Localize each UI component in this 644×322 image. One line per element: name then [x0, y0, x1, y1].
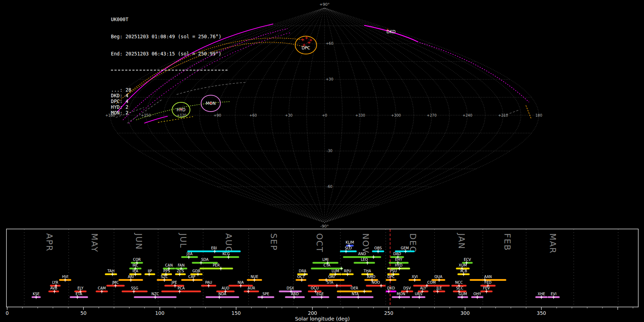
shower-label-ARI: ARI — [128, 275, 134, 279]
meteor-trail — [420, 43, 529, 102]
meteor-trail — [526, 106, 531, 118]
shower-label-PAU: PAU — [205, 280, 212, 284]
shower-label-DKD: DKD — [387, 286, 395, 290]
shower-peak-marker — [220, 267, 222, 270]
meteor-activity-screen: +90°-90°+180+150+120+90+60+30+0+330+300+… — [0, 0, 644, 322]
shower-bar-CAP — [181, 279, 203, 281]
shower-bar-NTA — [337, 296, 374, 298]
meteor-marker — [309, 39, 312, 42]
shower-label-ETA: ETA — [75, 292, 82, 296]
radiant-map-and-activity-plot: +90°-90°+180+150+120+90+60+30+0+330+300+… — [0, 0, 644, 322]
map-lon-label: +30 — [285, 113, 293, 117]
shower-peak-marker — [239, 284, 242, 288]
shower-peak-marker — [438, 278, 440, 282]
shower-label-CAN: CAN — [165, 263, 173, 267]
shower-label-AUD: AUD — [221, 286, 229, 290]
shower-bar-KCG — [213, 256, 239, 258]
map-lon-label: +330 — [355, 113, 365, 117]
shower-label-EGE: EGE — [316, 292, 323, 296]
shower-bar-SPE — [258, 296, 274, 298]
shower-peak-marker — [64, 278, 67, 282]
shower-label-GUM: GUM — [459, 292, 467, 296]
shower-bar-JLE — [433, 291, 445, 292]
month-label: SEP — [269, 233, 278, 251]
shower-bar-PER — [200, 268, 233, 269]
month-label: MAR — [548, 233, 557, 254]
shower-peak-marker — [35, 296, 38, 299]
shower-peak-marker — [101, 290, 103, 293]
shower-label-CTA: CTA — [323, 263, 330, 267]
shower-peak-marker — [179, 290, 181, 293]
month-label: JUL — [179, 233, 188, 248]
shower-label-AND: AND — [358, 252, 366, 256]
shower-peak-marker — [53, 290, 56, 293]
shower-peak-marker — [130, 278, 132, 282]
shower-bar-SLD — [340, 250, 357, 252]
shower-peak-marker — [133, 290, 135, 293]
month-label: JUN — [134, 233, 143, 250]
divider-dashed-line — [111, 70, 228, 70]
shower-label-ZCS: ZCS — [177, 269, 184, 273]
shower-label-NOO: NOO — [372, 280, 380, 284]
radiant-label-DPC: DPC — [302, 45, 310, 50]
shower-bar-DKD — [386, 291, 396, 292]
shower-label-EHY: EHY — [395, 258, 402, 262]
shower-label-NDA: NDA — [219, 292, 226, 296]
axis-tick-label: 200 — [308, 310, 317, 316]
shower-peak-marker — [179, 273, 181, 276]
begin-time: Beg: 20251203 01:08:49 (sol = 250.76°) — [111, 34, 228, 39]
shower-count-row: HYD: 2 — [111, 104, 228, 110]
axis-title: Solar longitude (deg) — [295, 316, 350, 322]
shower-peak-marker — [111, 273, 114, 276]
shower-peak-marker — [398, 267, 401, 270]
shower-peak-marker — [336, 284, 338, 288]
map-grid-meridian — [325, 8, 342, 223]
map-lat-label: +60 — [326, 42, 333, 45]
shower-label-DSV: DSV — [403, 286, 411, 290]
shower-label-EVI: EVI — [551, 292, 556, 296]
shower-label-JMC: JMC — [112, 280, 119, 284]
shower-bar-COM — [413, 285, 450, 287]
map-lon-label: 180 — [535, 113, 542, 117]
axis-tick-label: 150 — [231, 310, 241, 316]
shower-peak-marker — [345, 250, 347, 253]
observation-info-panel: UK000T Beg: 20251203 01:08:49 (sol = 250… — [111, 5, 228, 127]
shower-label-SPE: SPE — [263, 292, 269, 296]
shower-bar-NDA — [206, 296, 239, 298]
shower-label-PPS: PPS — [164, 269, 170, 273]
map-lon-label: +240 — [463, 113, 472, 117]
axis-tick-label: 100 — [155, 310, 165, 316]
end-time: End: 20251203 06:43:15 (sol = 250.99°) — [111, 51, 228, 57]
shower-count-row: MON: 2 — [111, 110, 228, 116]
month-label: DEC — [408, 233, 418, 253]
shower-label-OCT: OCT — [297, 275, 305, 279]
shower-peak-marker — [340, 267, 343, 270]
shower-label-DAD: DAD — [393, 252, 401, 256]
shower-label-JPE: JPE — [171, 280, 177, 284]
shower-peak-marker — [346, 273, 349, 276]
shower-peak-marker — [380, 284, 382, 288]
shower-label-CAP: CAP — [188, 275, 195, 279]
shower-label-SDA: SDA — [201, 258, 209, 262]
shower-peak-marker — [414, 278, 416, 282]
shower-label-IEA: IEA — [132, 269, 138, 273]
shower-peak-marker — [163, 278, 166, 282]
shower-label-OER: OER — [351, 286, 358, 290]
axis-tick-label: 50 — [80, 310, 87, 316]
map-lon-label: +0 — [322, 113, 327, 117]
shower-label-THA: THA — [364, 269, 371, 273]
shower-peak-marker — [418, 296, 420, 299]
shower-peak-marker — [253, 278, 256, 282]
month-label: AUG — [224, 233, 233, 253]
shower-label-KSE: KSE — [33, 292, 39, 296]
shower-label-GDR: GDR — [192, 269, 200, 273]
shower-label-ERI: ERI — [211, 246, 217, 250]
shower-peak-marker — [218, 296, 221, 299]
shower-label-SCC: SCC — [456, 286, 463, 290]
axis-tick-label: 350 — [537, 310, 546, 316]
map-lon-label: +270 — [427, 113, 436, 117]
axis-tick-label: 300 — [460, 310, 470, 316]
shower-label-ARD: ARD — [291, 292, 299, 296]
shower-label-QUA: QUA — [434, 275, 442, 279]
shower-peak-marker — [462, 273, 465, 276]
